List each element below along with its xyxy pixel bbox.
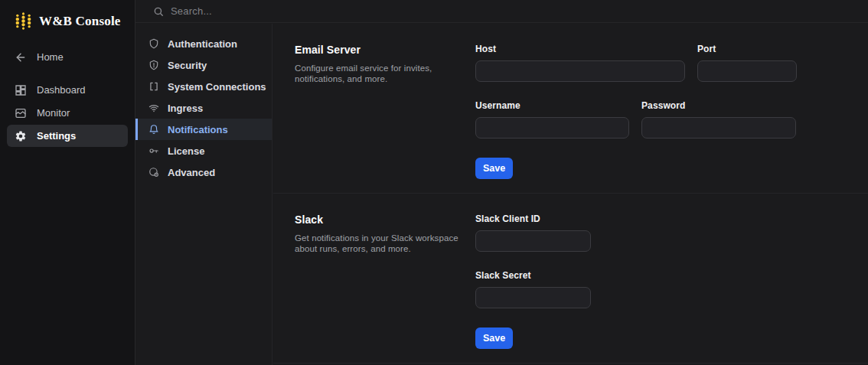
- primary-sidebar: W&B Console Home Dashboard Monitor Setti…: [0, 0, 135, 365]
- slack-client-id-input[interactable]: [475, 230, 591, 252]
- arrow-left-icon: [14, 51, 27, 64]
- bell-icon: [148, 124, 159, 135]
- settings-nav-label: Security: [168, 60, 207, 71]
- settings-nav-item-notifications[interactable]: Notifications: [135, 119, 272, 140]
- settings-nav-label: Ingress: [168, 103, 203, 114]
- nav-item-label: Dashboard: [37, 84, 86, 96]
- settings-nav: Authentication Security System Connectio…: [135, 24, 272, 365]
- host-label: Host: [475, 44, 685, 54]
- port-label: Port: [697, 44, 797, 54]
- nav-item-monitor[interactable]: Monitor: [7, 102, 128, 124]
- email-server-info: Email Server Configure email service for…: [295, 44, 466, 84]
- slack-secret-input[interactable]: [475, 287, 591, 308]
- section-title: Slack: [295, 213, 466, 226]
- settings-nav-label: License: [168, 145, 204, 157]
- nav-item-label: Monitor: [37, 107, 70, 119]
- nav-item-label: Settings: [37, 130, 76, 142]
- email-server-form: Host Port Username Password Save: [475, 44, 797, 179]
- slack-client-id-label: Slack Client ID: [475, 213, 591, 224]
- settings-nav-label: Authentication: [168, 38, 237, 50]
- settings-nav-label: Notifications: [168, 124, 228, 135]
- nav-item-settings[interactable]: Settings: [7, 125, 128, 147]
- settings-nav-item-security[interactable]: Security: [135, 54, 272, 76]
- section-description: Get notifications in your Slack workspac…: [295, 233, 466, 254]
- settings-nav-label: Advanced: [168, 167, 215, 178]
- wifi-icon: [148, 103, 159, 114]
- email-server-section: Email Server Configure email service for…: [273, 24, 868, 194]
- top-search-bar[interactable]: Search...: [135, 0, 868, 23]
- slack-info: Slack Get notifications in your Slack wo…: [295, 213, 466, 254]
- username-input[interactable]: [475, 117, 629, 139]
- email-server-save-button[interactable]: Save: [475, 158, 513, 179]
- settings-nav-label: System Connections: [168, 81, 266, 93]
- slack-secret-label: Slack Secret: [475, 270, 591, 281]
- nav-item-label: Home: [37, 51, 64, 63]
- username-label: Username: [475, 100, 629, 111]
- dashboard-icon: [14, 83, 27, 96]
- section-description: Configure email service for invites, not…: [295, 63, 452, 84]
- brand: W&B Console: [0, 0, 135, 31]
- search-icon: [153, 6, 164, 17]
- port-input[interactable]: [697, 60, 797, 82]
- settings-nav-item-ingress[interactable]: Ingress: [135, 97, 272, 119]
- settings-nav-item-authentication[interactable]: Authentication: [135, 33, 272, 54]
- password-label: Password: [641, 100, 796, 111]
- wandb-logo-icon: [14, 11, 33, 31]
- primary-nav: Home Dashboard Monitor Settings: [0, 46, 135, 147]
- slack-save-button[interactable]: Save: [475, 328, 513, 349]
- monitor-icon: [14, 106, 27, 119]
- settings-nav-item-advanced[interactable]: Advanced: [135, 161, 272, 183]
- search-placeholder: Search...: [171, 5, 212, 17]
- brackets-icon: [148, 81, 159, 93]
- settings-nav-item-system-connections[interactable]: System Connections: [135, 76, 272, 97]
- section-title: Email Server: [295, 44, 466, 56]
- host-input[interactable]: [475, 60, 685, 82]
- slack-section: Slack Get notifications in your Slack wo…: [273, 194, 868, 363]
- slack-form: Slack Client ID Slack Secret Save: [475, 213, 591, 349]
- nav-item-dashboard[interactable]: Dashboard: [7, 79, 128, 101]
- main-content: Email Server Configure email service for…: [273, 24, 868, 365]
- gear-icon: [14, 129, 27, 142]
- key-icon: [148, 145, 159, 157]
- advanced-gear-icon: [148, 167, 159, 178]
- brand-title: W&B Console: [39, 14, 121, 29]
- shield-icon: [148, 38, 159, 50]
- nav-item-home[interactable]: Home: [7, 46, 128, 68]
- shield-info-icon: [148, 60, 159, 71]
- password-input[interactable]: [641, 117, 796, 139]
- settings-nav-item-license[interactable]: License: [135, 140, 272, 161]
